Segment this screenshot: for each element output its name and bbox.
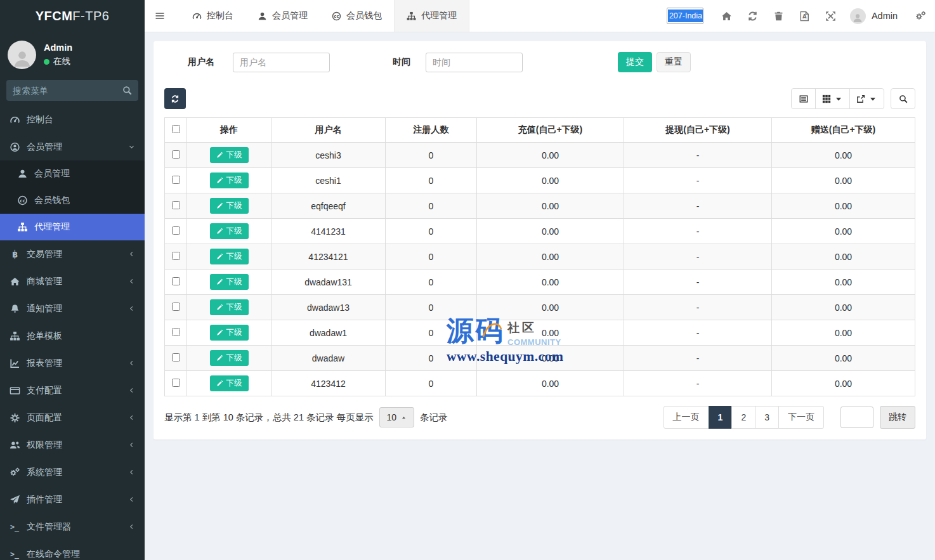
summary-suffix: 条记录: [420, 412, 448, 424]
export-icon: [856, 94, 865, 103]
svg-text:>_: >_: [10, 523, 19, 532]
sidebar-item-trade-manage[interactable]: B交易管理: [0, 240, 145, 268]
expand-button[interactable]: [818, 11, 844, 22]
reset-button[interactable]: 重置: [657, 52, 691, 72]
table-row: 下级414123100.00-0.00: [165, 219, 915, 244]
sidebar-item-label: 交易管理: [27, 249, 128, 260]
page-button-3[interactable]: 3: [755, 406, 779, 429]
sidebar-item-label: 商城管理: [27, 276, 128, 287]
row-checkbox[interactable]: [172, 379, 180, 387]
row-checkbox[interactable]: [172, 277, 180, 285]
sidebar-item-member-wallet[interactable]: cc会员钱包: [0, 187, 145, 214]
tab-agent-manage[interactable]: 代理管理: [394, 0, 469, 32]
sidebar-item-page-config[interactable]: 页面配置: [0, 404, 145, 431]
page-button-2[interactable]: 2: [731, 406, 755, 429]
refresh-button[interactable]: [740, 11, 766, 22]
next-page-button[interactable]: 下一页: [778, 406, 824, 429]
row-checkbox[interactable]: [172, 150, 180, 159]
jump-page-input[interactable]: [840, 407, 873, 428]
sidebar-item-label: 抢单模板: [27, 330, 135, 342]
sidebar-item-pay-config[interactable]: 支付配置: [0, 377, 145, 404]
sidebar-submenu: 会员管理cc会员钱包代理管理: [0, 160, 145, 240]
cell-withdraw: -: [624, 219, 772, 244]
search-icon[interactable]: [122, 86, 132, 95]
cell-recharge: 0.00: [477, 244, 624, 270]
sub-agent-button[interactable]: 下级: [210, 223, 249, 239]
pagination-area: 上一页123下一页 跳转: [664, 406, 915, 429]
chevron-left-icon: [128, 305, 135, 312]
row-select-cell: [165, 168, 187, 193]
select-all-checkbox[interactable]: [172, 125, 180, 133]
cell-username: dwadaw13: [271, 295, 386, 320]
sidebar-item-report-manage[interactable]: 报表管理: [0, 349, 145, 377]
refresh-button[interactable]: [164, 88, 186, 109]
sub-agent-button[interactable]: 下级: [210, 173, 249, 188]
sub-agent-button[interactable]: 下级: [210, 325, 249, 341]
menu-search-input[interactable]: [13, 86, 122, 96]
tab-member-manage[interactable]: 会员管理: [245, 0, 320, 32]
sidebar-item-mall-manage[interactable]: 商城管理: [0, 268, 145, 295]
home-button[interactable]: [714, 11, 740, 22]
row-checkbox[interactable]: [172, 201, 180, 209]
sub-agent-button[interactable]: 下级: [210, 249, 249, 264]
nav-search-input[interactable]: 207-India: [667, 8, 703, 24]
table-row: 下级412341200.00-0.00: [165, 371, 915, 396]
export-button[interactable]: [849, 88, 884, 109]
sub-agent-button[interactable]: 下级: [210, 299, 249, 315]
gauge-icon: [192, 11, 202, 21]
columns-button[interactable]: [815, 88, 850, 109]
username-filter-input[interactable]: [233, 53, 330, 72]
topbar-right: 207-India A Admin: [667, 0, 935, 32]
sidebar-item-plugin-manage[interactable]: 插件管理: [0, 486, 145, 513]
prev-page-button[interactable]: 上一页: [664, 406, 709, 429]
sidebar-item-file-manager[interactable]: >_文件管理器: [0, 513, 145, 540]
sidebar-item-member[interactable]: 会员管理: [0, 133, 145, 160]
sub-agent-button[interactable]: 下级: [210, 350, 249, 366]
jump-button[interactable]: 跳转: [880, 406, 915, 429]
sidebar-item-label: 会员钱包: [34, 195, 135, 206]
row-checkbox[interactable]: [172, 353, 180, 361]
translate-button[interactable]: A: [792, 11, 818, 22]
row-checkbox[interactable]: [172, 226, 180, 235]
page-size-select[interactable]: 10: [379, 407, 415, 427]
settings-button[interactable]: [915, 11, 926, 22]
sub-agent-button[interactable]: 下级: [210, 147, 249, 163]
sidebar-item-order-template[interactable]: 抢单模板: [0, 322, 145, 349]
sub-agent-button[interactable]: 下级: [210, 198, 249, 214]
sidebar-item-agent-manage[interactable]: 代理管理: [0, 214, 145, 240]
sidebar-toggle-button[interactable]: [145, 0, 175, 32]
table-row: 下级ceshi300.00-0.00: [165, 143, 915, 168]
time-filter-input[interactable]: [426, 53, 523, 72]
sidebar-item-system-manage[interactable]: 系统管理: [0, 459, 145, 486]
sub-agent-button[interactable]: 下级: [210, 274, 249, 290]
chevron-left-icon: [128, 251, 135, 257]
table-search-button[interactable]: [891, 88, 915, 109]
user-menu[interactable]: Admin: [850, 8, 898, 24]
cell-withdraw: -: [624, 346, 772, 371]
username-filter-label: 用户名: [188, 56, 214, 68]
sidebar-item-notice-manage[interactable]: 通知管理: [0, 295, 145, 322]
trash-button[interactable]: [766, 11, 792, 22]
tab-label: 代理管理: [421, 10, 457, 22]
hamburger-icon: [155, 11, 165, 21]
page-button-1[interactable]: 1: [709, 406, 733, 429]
sidebar-item-member-manage[interactable]: 会员管理: [0, 160, 145, 187]
sidebar-item-console[interactable]: 控制台: [0, 106, 145, 133]
row-checkbox[interactable]: [172, 328, 180, 336]
row-checkbox[interactable]: [172, 303, 180, 311]
submit-button[interactable]: 提交: [618, 52, 652, 72]
row-checkbox[interactable]: [172, 176, 180, 184]
translate-icon: A: [799, 11, 810, 22]
sidebar-item-label: 系统管理: [27, 467, 128, 478]
sidebar-item-online-command[interactable]: >_在线命令管理: [0, 540, 145, 560]
row-select-cell: [165, 320, 187, 346]
sub-agent-button[interactable]: 下级: [210, 375, 249, 391]
cell-username: ceshi3: [271, 143, 386, 168]
svg-text:cc: cc: [334, 13, 339, 18]
row-checkbox[interactable]: [172, 252, 180, 260]
sidebar-item-auth-manage[interactable]: 权限管理: [0, 431, 145, 459]
sidebar: YFCMF-TP6 Admin 在线 控制台会员管理会员管理cc会员钱包代理管理…: [0, 0, 145, 560]
tab-console[interactable]: 控制台: [180, 0, 245, 32]
tab-member-wallet[interactable]: cc会员钱包: [320, 0, 394, 32]
detail-view-button[interactable]: [791, 88, 816, 109]
